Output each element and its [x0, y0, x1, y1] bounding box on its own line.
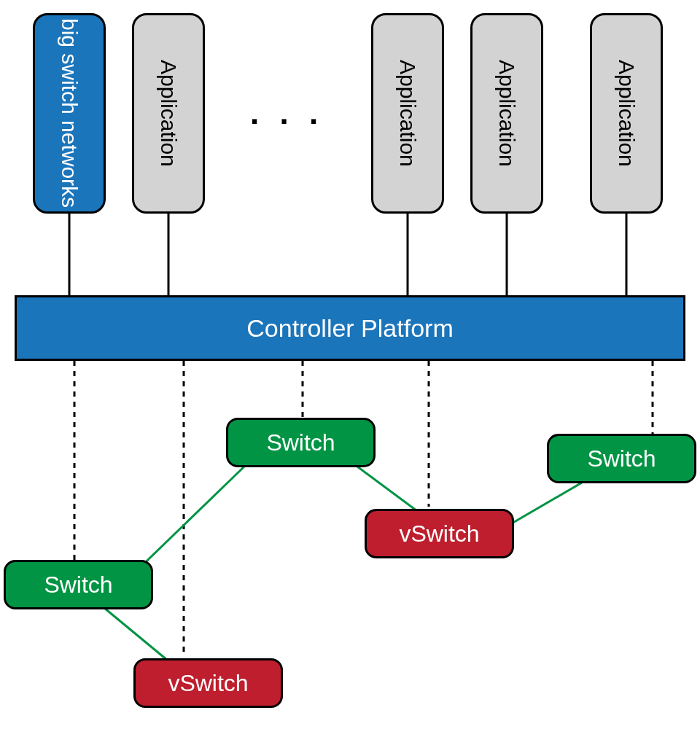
application-label: Application: [614, 60, 639, 167]
application-label: Application: [494, 60, 519, 167]
application-box-2: Application: [371, 13, 444, 214]
application-label: Application: [156, 60, 181, 167]
application-box-3: Application: [470, 13, 543, 214]
switch-top-center: Switch: [226, 418, 376, 467]
vswitch-label: vSwitch: [168, 670, 248, 697]
switch-top-right: Switch: [547, 434, 696, 483]
vswitch-bottom: vSwitch: [133, 658, 283, 708]
svg-line-13: [510, 477, 591, 524]
switch-label: Switch: [587, 445, 656, 472]
ellipsis: . . .: [250, 95, 324, 131]
controller-platform: Controller Platform: [15, 295, 685, 361]
application-box-4: Application: [590, 13, 663, 214]
controller-label: Controller Platform: [246, 314, 453, 343]
switch-label: Switch: [44, 572, 112, 599]
vendor-box: big switch networks: [33, 13, 106, 214]
application-label: Application: [395, 60, 420, 167]
vendor-label: big switch networks: [57, 18, 82, 208]
switch-label: Switch: [266, 429, 335, 456]
vswitch-right: vSwitch: [365, 509, 514, 558]
vswitch-label: vSwitch: [399, 521, 479, 547]
application-box-1: Application: [132, 13, 205, 214]
switch-left: Switch: [4, 560, 153, 609]
diagram-root: big switch networks Application . . . Ap…: [0, 0, 700, 729]
